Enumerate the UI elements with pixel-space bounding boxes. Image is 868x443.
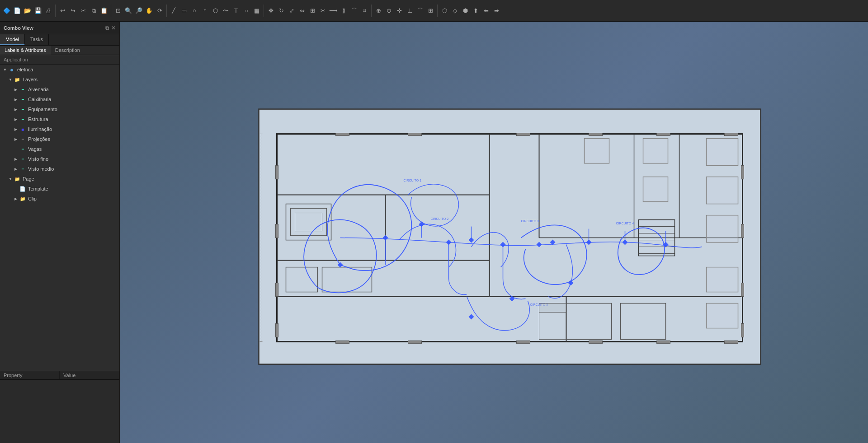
tree-item-layers[interactable]: 📁 Layers (0, 75, 119, 84)
toolbar-sep-3 (166, 5, 167, 17)
svg-rect-28 (589, 340, 602, 343)
tree-item-visto-fino[interactable]: ━ Visto fino (0, 154, 119, 164)
toolbar-icon-array[interactable]: ⊞ (307, 6, 317, 16)
tab-model[interactable]: Model (0, 34, 25, 45)
toolbar-icon-copy[interactable]: ⧉ (89, 6, 99, 16)
toolbar-icon-mirror[interactable]: ⇔ (297, 6, 307, 16)
toolbar-icon-spline[interactable]: 〜 (221, 6, 231, 16)
toolbar-icon-snap-tang[interactable]: ⌒ (415, 6, 425, 16)
toolbar-icon-rotate[interactable]: ⟳ (155, 6, 165, 16)
tree-item-page[interactable]: 📁 Page (0, 174, 119, 184)
toolbar-icon-chamfer[interactable]: ⌗ (359, 6, 369, 16)
tree-arrow-clip[interactable] (13, 196, 19, 202)
tree-item-estrutura[interactable]: ━ Estrutura (0, 114, 119, 124)
svg-rect-51 (643, 177, 668, 201)
toolbar-icon-move[interactable]: ✥ (266, 6, 276, 16)
svg-rect-36 (741, 224, 744, 238)
tree-arrow-eletrica[interactable] (2, 66, 8, 73)
tree-icon-estrutura: ━ (19, 116, 26, 123)
svg-rect-23 (656, 133, 670, 135)
toolbar-icon-arc[interactable]: ◜ (200, 6, 210, 16)
tree-arrow-caixilharia[interactable] (13, 96, 19, 103)
toolbar-icon-text[interactable]: T (231, 6, 241, 16)
toolbar-icon-poly[interactable]: ⬡ (210, 6, 220, 16)
toolbar-icon-redo[interactable]: ↪ (68, 6, 78, 16)
toolbar-icon-snap-grid[interactable]: ⊞ (425, 6, 435, 16)
tree-item-vagas[interactable]: ━ Vagas (0, 144, 119, 154)
toolbar-icon-paste[interactable]: 📋 (99, 6, 109, 16)
tree-arrow-visto-medio[interactable] (13, 166, 19, 172)
toolbar-icon-open[interactable]: 📂 (23, 6, 33, 16)
tree-item-caixilharia[interactable]: ━ Caixilharia (0, 94, 119, 104)
subtab-labels[interactable]: Labels & Attributes (0, 46, 51, 55)
tree-arrow-layers[interactable] (7, 76, 14, 83)
svg-rect-48 (706, 303, 738, 328)
toolbar-icon-zoom-out[interactable]: 🔎 (134, 6, 144, 16)
tree-item-iluminacao[interactable]: ■ Iluminação (0, 124, 119, 134)
toolbar-icon-undo[interactable]: ↩ (57, 6, 67, 16)
tree-item-projecoes[interactable]: ━ Projeções (0, 134, 119, 144)
toolbar-icon-pan[interactable]: ✋ (144, 6, 154, 16)
tree-label-vagas: Vagas (28, 146, 42, 152)
tree-item-template[interactable]: 📄 Template (0, 184, 119, 194)
toolbar-icon-dim[interactable]: ↔ (241, 6, 251, 16)
toolbar-icon-snap-mid[interactable]: ⊙ (384, 6, 394, 16)
toolbar-icon-side[interactable]: ➡ (491, 6, 501, 16)
tree-label-visto-medio: Visto medio (28, 166, 54, 172)
svg-rect-34 (275, 323, 278, 337)
svg-rect-21 (516, 133, 530, 135)
toolbar-icon-line[interactable]: ╱ (169, 6, 179, 16)
toolbar-icon-top[interactable]: ⬆ (471, 6, 481, 16)
toolbar-group-edit: ↩ ↪ ✂ ⧉ 📋 (57, 6, 109, 16)
canvas-area[interactable]: CIRCUITO 1 CIRCUITO 2 CIRCUITO 3 CIRCUIT… (120, 22, 868, 443)
toolbar-icon-new[interactable]: 📄 (12, 6, 22, 16)
svg-text:CIRCUITO 2: CIRCUITO 2 (430, 217, 448, 220)
subtab-description[interactable]: Description (51, 46, 85, 55)
toolbar-icon-perspective[interactable]: ⬢ (460, 6, 470, 16)
tree-arrow-visto-fino[interactable] (13, 156, 19, 162)
tree-arrow-projecoes[interactable] (13, 136, 19, 142)
toolbar-icon-cut[interactable]: ✂ (78, 6, 88, 16)
tree-item-clip[interactable]: 📁 Clip (0, 194, 119, 204)
toolbar-icon-rotate2[interactable]: ↻ (276, 6, 286, 16)
svg-rect-46 (706, 215, 738, 242)
tree-item-eletrica[interactable]: ● eletrica (0, 65, 119, 75)
toolbar-icon-zoom-in[interactable]: 🔍 (123, 6, 133, 16)
toolbar-icon-circle[interactable]: ○ (189, 6, 199, 16)
tree-label-estrutura: Estrutura (28, 117, 48, 122)
tree-icon-vagas: ━ (19, 145, 26, 153)
tree-arrow-vagas (13, 146, 19, 152)
tab-tasks[interactable]: Tasks (25, 34, 49, 45)
toolbar-icon-extend[interactable]: ⟶ (328, 6, 338, 16)
toolbar-icon-3d-view[interactable]: ⬡ (439, 6, 449, 16)
toolbar-icon-save[interactable]: 💾 (33, 6, 43, 16)
tree-item-visto-medio[interactable]: ━ Visto medio (0, 164, 119, 174)
tree-item-alvenaria[interactable]: ━ Alvenaria (0, 84, 119, 94)
toolbar-icon-rect[interactable]: ▭ (179, 6, 189, 16)
svg-rect-27 (516, 340, 530, 343)
svg-text:CIRCUITO 3: CIRCUITO 3 (521, 219, 539, 222)
toolbar-group-3d: ⬡ ◇ ⬢ ⬆ ⬅ ➡ (439, 6, 501, 16)
toolbar-icon-offset[interactable]: ⟫ (339, 6, 349, 16)
toolbar-icon-fillet[interactable]: ⌒ (349, 6, 359, 16)
toolbar-icon-front[interactable]: ⬅ (481, 6, 491, 16)
panel-close-button[interactable]: ✕ (111, 25, 116, 31)
toolbar-icon-snap-int[interactable]: ✛ (394, 6, 404, 16)
toolbar-icon-zoom-fit[interactable]: ⊡ (113, 6, 123, 16)
toolbar-icon-scale[interactable]: ⤢ (287, 6, 297, 16)
tree-arrow-estrutura[interactable] (13, 116, 19, 122)
toolbar-icon-print[interactable]: 🖨 (43, 6, 53, 16)
toolbar-icon-snap-end[interactable]: ⊕ (373, 6, 383, 16)
tree-arrow-page[interactable] (7, 176, 14, 182)
tree-arrow-equipamento[interactable] (13, 106, 19, 112)
toolbar-icon-hatch[interactable]: ▦ (252, 6, 262, 16)
toolbar-icon-isometric[interactable]: ◇ (450, 6, 460, 16)
property-table: Property Value (0, 371, 119, 443)
panel-undock-button[interactable]: ⧉ (105, 25, 109, 31)
tree-arrow-alvenaria[interactable] (13, 86, 19, 93)
toolbar-icon-trim[interactable]: ✂ (318, 6, 328, 16)
toolbar-icon-logo[interactable]: 🔷 (2, 6, 12, 16)
tree-item-equipamento[interactable]: ━ Equipamento (0, 104, 119, 114)
tree-arrow-iluminacao[interactable] (13, 126, 19, 132)
toolbar-icon-snap-perp[interactable]: ⊥ (405, 6, 415, 16)
